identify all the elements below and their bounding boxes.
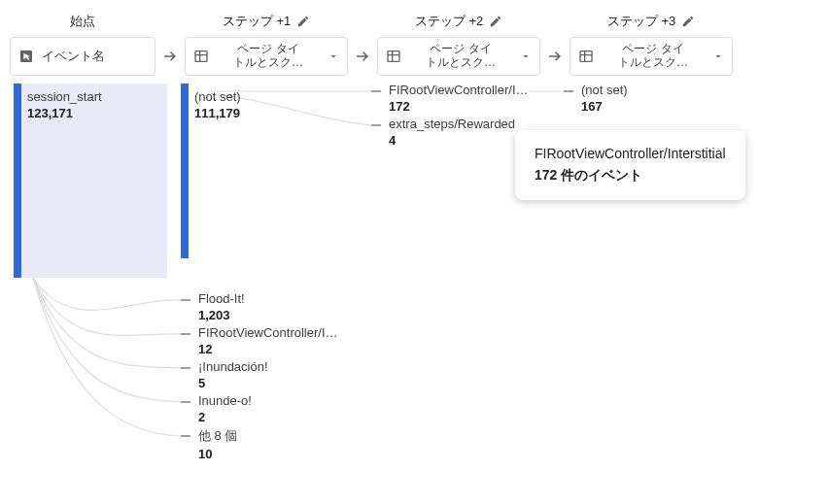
col-header-step2-label: ステップ +2 <box>415 13 483 30</box>
table-icon <box>193 49 209 64</box>
selector-step3-label: ページ タイ トルとスク… <box>602 43 705 70</box>
col-header-step2: ステップ +2 <box>377 12 540 31</box>
node-firoot-step1[interactable]: FIRootViewController/I… 12 <box>198 325 344 356</box>
node-label: FIRootViewController/I… <box>389 83 535 97</box>
node-label: FIRootViewController/I… <box>198 325 344 340</box>
node-not-set-step3[interactable]: (not set) 167 <box>581 83 698 114</box>
arrow-right-icon <box>540 37 570 76</box>
node-tick <box>181 299 190 301</box>
table-icon <box>386 49 401 64</box>
path-exploration-chart: session_start 123,171 (not set) 111,179 … <box>14 84 713 491</box>
node-tick <box>181 435 190 437</box>
node-tick <box>371 90 381 92</box>
node-label: extra_steps/Rewarded <box>389 117 535 131</box>
svg-rect-4 <box>388 51 399 62</box>
selector-start-label: イベント名 <box>42 50 147 64</box>
selector-step1-label: ページ タイ トルとスク… <box>217 43 320 70</box>
col-header-step3: ステップ +3 <box>570 12 733 31</box>
node-value: 10 <box>198 447 344 461</box>
arrow-right-icon <box>155 37 185 76</box>
node-inundacion[interactable]: ¡Inundación! 5 <box>198 359 344 390</box>
node-firoot-step2[interactable]: FIRootViewController/I… 172 <box>389 83 535 114</box>
node-value: 5 <box>198 376 344 390</box>
caret-down-icon <box>712 50 724 62</box>
node-tick <box>371 124 381 126</box>
pencil-icon[interactable] <box>489 15 502 28</box>
node-value: 111,179 <box>194 106 340 120</box>
col-header-start: 始点 <box>10 12 155 31</box>
node-tick <box>181 401 190 403</box>
node-bar <box>181 84 189 258</box>
node-value: 4 <box>389 133 535 148</box>
node-label: session_start <box>27 89 163 104</box>
node-label: (not set) <box>194 89 340 104</box>
col-header-step3-label: ステップ +3 <box>607 13 675 30</box>
node-label: Flood-It! <box>198 291 344 306</box>
node-value: 123,171 <box>27 106 163 120</box>
tooltip-title: FIRootViewController/Interstitial <box>535 146 726 161</box>
node-bar <box>14 84 21 278</box>
node-tick <box>181 367 190 369</box>
node-label: Inunde-o! <box>198 393 344 408</box>
pencil-icon[interactable] <box>681 15 695 28</box>
tooltip-subtitle: 172 件のイベント <box>535 167 726 185</box>
selector-step3[interactable]: ページ タイ トルとスク… <box>570 37 733 76</box>
node-value: 12 <box>198 342 344 356</box>
node-tick <box>564 90 573 92</box>
selector-step2[interactable]: ページ タイ トルとスク… <box>377 37 540 76</box>
node-value: 167 <box>581 99 698 114</box>
node-not-set-step1[interactable]: (not set) 111,179 <box>194 89 340 120</box>
col-header-start-label: 始点 <box>70 13 95 30</box>
node-session-start[interactable]: session_start 123,171 <box>27 89 163 120</box>
node-value: 1,203 <box>198 308 344 322</box>
svg-rect-1 <box>195 51 207 62</box>
arrow-right-icon <box>348 37 377 76</box>
pencil-icon[interactable] <box>296 15 310 28</box>
svg-rect-7 <box>580 51 592 62</box>
tooltip: FIRootViewController/Interstitial 172 件の… <box>515 130 745 200</box>
node-inunde-o[interactable]: Inunde-o! 2 <box>198 393 344 424</box>
table-icon <box>578 49 594 64</box>
selector-start[interactable]: イベント名 <box>10 37 155 76</box>
node-label-more: 他 8 個 <box>198 427 344 445</box>
selector-step2-label: ページ タイ トルとスク… <box>409 43 512 70</box>
node-tick <box>181 333 190 335</box>
node-value: 2 <box>198 410 344 424</box>
node-label: ¡Inundación! <box>198 359 344 374</box>
selector-step1[interactable]: ページ タイ トルとスク… <box>185 37 348 76</box>
col-header-step1-label: ステップ +1 <box>223 13 291 30</box>
caret-down-icon <box>520 50 532 62</box>
node-value: 172 <box>389 99 535 114</box>
node-label: (not set) <box>581 83 698 97</box>
caret-down-icon <box>328 50 339 62</box>
cursor-icon <box>18 49 34 64</box>
node-extra-steps[interactable]: extra_steps/Rewarded 4 <box>389 117 535 148</box>
node-flood-it[interactable]: Flood-It! 1,203 <box>198 291 344 322</box>
col-header-step1: ステップ +1 <box>185 12 348 31</box>
node-more-link[interactable]: 他 8 個 10 <box>198 427 344 461</box>
